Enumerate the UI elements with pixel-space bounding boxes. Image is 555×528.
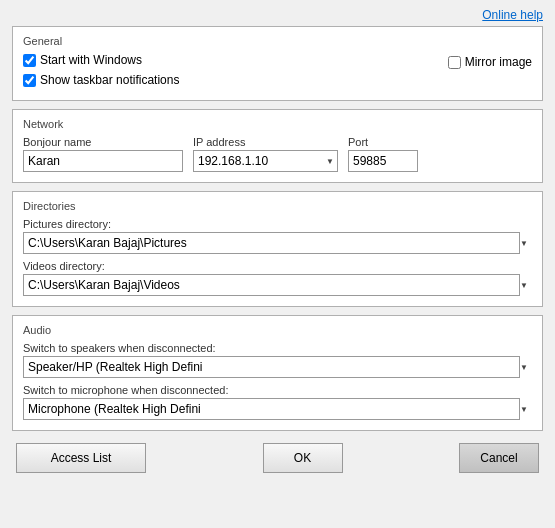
ip-select-wrapper: 192.168.1.10: [193, 150, 338, 172]
ip-select[interactable]: 192.168.1.10: [193, 150, 338, 172]
port-field-group: Port: [348, 136, 418, 172]
general-section: General Start with Windows Show taskbar …: [12, 26, 543, 101]
port-input[interactable]: [348, 150, 418, 172]
start-with-windows-label: Start with Windows: [40, 53, 142, 67]
online-help-link-container: Online help: [12, 8, 543, 22]
directories-title: Directories: [23, 200, 532, 212]
cancel-button[interactable]: Cancel: [459, 443, 539, 473]
ip-field-group: IP address 192.168.1.10: [193, 136, 338, 172]
speakers-select-wrapper: Speaker/HP (Realtek High Defini: [23, 356, 532, 378]
speakers-field: Switch to speakers when disconnected: Sp…: [23, 342, 532, 378]
show-taskbar-label: Show taskbar notifications: [40, 73, 179, 87]
microphone-select[interactable]: Microphone (Realtek High Defini: [23, 398, 520, 420]
general-options: Start with Windows Show taskbar notifica…: [23, 53, 532, 90]
general-title: General: [23, 35, 532, 47]
show-taskbar-checkbox[interactable]: [23, 74, 36, 87]
online-help-link[interactable]: Online help: [482, 8, 543, 22]
bonjour-input[interactable]: [23, 150, 183, 172]
speakers-select[interactable]: Speaker/HP (Realtek High Defini: [23, 356, 520, 378]
dialog: Online help General Start with Windows S…: [0, 0, 555, 528]
bonjour-field-group: Bonjour name: [23, 136, 183, 172]
access-list-button[interactable]: Access List: [16, 443, 146, 473]
audio-title: Audio: [23, 324, 532, 336]
show-taskbar-row: Show taskbar notifications: [23, 73, 179, 87]
mirror-image-checkbox[interactable]: [448, 56, 461, 69]
buttons-row: Access List OK Cancel: [12, 443, 543, 473]
microphone-field: Switch to microphone when disconnected: …: [23, 384, 532, 420]
speakers-label: Switch to speakers when disconnected:: [23, 342, 532, 354]
videos-select-wrapper: C:\Users\Karan Bajaj\Videos: [23, 274, 532, 296]
directories-section: Directories Pictures directory: C:\Users…: [12, 191, 543, 307]
bonjour-label: Bonjour name: [23, 136, 183, 148]
pictures-label: Pictures directory:: [23, 218, 532, 230]
mirror-image-label: Mirror image: [465, 55, 532, 69]
general-left-options: Start with Windows Show taskbar notifica…: [23, 53, 179, 90]
videos-label: Videos directory:: [23, 260, 532, 272]
ok-button[interactable]: OK: [263, 443, 343, 473]
port-label: Port: [348, 136, 418, 148]
network-fields: Bonjour name IP address 192.168.1.10 Por…: [23, 136, 532, 172]
pictures-select[interactable]: C:\Users\Karan Bajaj\Pictures: [23, 232, 520, 254]
mirror-image-row: Mirror image: [448, 53, 532, 69]
microphone-select-wrapper: Microphone (Realtek High Defini: [23, 398, 532, 420]
microphone-label: Switch to microphone when disconnected:: [23, 384, 532, 396]
pictures-select-wrapper: C:\Users\Karan Bajaj\Pictures: [23, 232, 532, 254]
videos-field: Videos directory: C:\Users\Karan Bajaj\V…: [23, 260, 532, 296]
network-section: Network Bonjour name IP address 192.168.…: [12, 109, 543, 183]
pictures-field: Pictures directory: C:\Users\Karan Bajaj…: [23, 218, 532, 254]
start-with-windows-checkbox[interactable]: [23, 54, 36, 67]
network-title: Network: [23, 118, 532, 130]
videos-select[interactable]: C:\Users\Karan Bajaj\Videos: [23, 274, 520, 296]
audio-section: Audio Switch to speakers when disconnect…: [12, 315, 543, 431]
start-with-windows-row: Start with Windows: [23, 53, 179, 67]
ip-label: IP address: [193, 136, 338, 148]
